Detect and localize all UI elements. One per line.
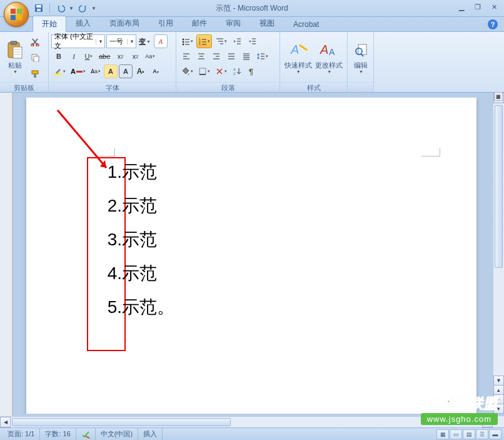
clear-formatting-button[interactable]: A (154, 34, 168, 48)
tab-home[interactable]: 开始 (33, 16, 66, 32)
tab-references[interactable]: 引用 (149, 15, 183, 31)
bold-button[interactable]: B (52, 49, 66, 63)
vertical-ruler[interactable] (0, 93, 13, 427)
svg-rect-16 (34, 56, 39, 62)
status-proofing[interactable] (76, 428, 96, 440)
list-item: 5.示范。 (95, 299, 174, 316)
redo-button[interactable] (77, 2, 89, 14)
align-right-button[interactable] (209, 49, 223, 63)
scroll-left-button[interactable]: ◀ (0, 417, 11, 427)
next-page-button[interactable]: ▾ (493, 404, 504, 414)
grow-font-button[interactable]: A▴ (134, 64, 148, 78)
restore-button[interactable]: ❐ (470, 2, 485, 12)
browse-object-button[interactable]: ◦ (493, 394, 504, 404)
multilevel-list-button[interactable]: ▾ (213, 34, 229, 48)
italic-button[interactable]: I (67, 49, 81, 63)
highlight-button[interactable]: ▾ (52, 64, 68, 78)
shrink-font-button[interactable]: A▾ (149, 64, 163, 78)
align-left-button[interactable] (179, 49, 193, 63)
tab-view[interactable]: 视图 (250, 15, 284, 31)
svg-rect-19 (54, 73, 62, 75)
character-shading-button[interactable]: A (104, 64, 118, 78)
page[interactable]: 1.示范 2.示范 3.示范 4.示范 5.示范。 (26, 98, 476, 414)
subscript-button[interactable]: x2 (113, 49, 127, 63)
svg-rect-62 (199, 68, 206, 74)
status-language[interactable]: 中文(中国) (96, 428, 138, 440)
tab-pagelayout[interactable]: 页面布局 (100, 15, 149, 31)
group-editing: 编辑 ▼ (348, 32, 374, 92)
paste-button[interactable]: 粘贴 ▼ (3, 34, 28, 80)
scroll-track[interactable] (11, 417, 482, 427)
office-button[interactable] (4, 2, 29, 27)
draft-view[interactable]: ▬ (489, 429, 501, 439)
character-scaling-button[interactable]: A̷a▾ (89, 64, 103, 78)
svg-point-21 (183, 39, 184, 41)
page-container[interactable]: 1.示范 2.示范 3.示范 4.示范 5.示范。 (15, 98, 490, 414)
save-button[interactable] (33, 2, 45, 14)
phonetic-guide-button[interactable]: Aa▾ (143, 49, 157, 63)
character-border-button[interactable]: A (119, 64, 133, 78)
qat-customize[interactable]: ▼ (91, 6, 96, 11)
change-styles-icon: AA (319, 40, 339, 60)
sort-button[interactable]: AZ (230, 64, 244, 78)
tab-mailings[interactable]: 邮件 (183, 15, 216, 31)
format-painter-button[interactable] (28, 67, 42, 81)
group-label-font: 字体 (49, 82, 176, 92)
scroll-down-button[interactable]: ▼ (493, 376, 504, 386)
tab-acrobat[interactable]: Acrobat (284, 17, 328, 31)
scroll-right-button[interactable]: ▶ (482, 417, 493, 427)
minimize-button[interactable]: ▁ (454, 2, 469, 12)
copy-button[interactable] (28, 51, 42, 64)
help-button[interactable]: ? (488, 19, 498, 29)
numbering-button[interactable]: 123▾ (196, 34, 212, 48)
status-page[interactable]: 页面: 1/1 (3, 428, 40, 440)
quick-styles-button[interactable]: A 快速样式 ▼ (283, 34, 314, 80)
font-color-button[interactable]: A▾ (69, 64, 88, 78)
superscript-button[interactable]: x2 (128, 49, 142, 63)
svg-point-22 (183, 41, 184, 43)
change-styles-button[interactable]: AA 更改样式 ▼ (314, 34, 345, 80)
full-screen-view[interactable]: ▭ (450, 429, 462, 439)
tab-insert[interactable]: 插入 (66, 15, 100, 31)
vertical-scrollbar[interactable]: ▦ ▲ ▼ ▴ ◦ ▾ (493, 93, 504, 414)
underline-button[interactable]: U▾ (82, 49, 96, 63)
undo-dropdown[interactable]: ▼ (69, 6, 74, 11)
horizontal-scrollbar[interactable]: ◀ ▶ (0, 416, 493, 427)
status-mode[interactable]: 插入 (138, 428, 163, 440)
bullets-button[interactable]: ▾ (179, 34, 195, 48)
scroll-thumb[interactable] (12, 418, 231, 426)
close-button[interactable]: ✕ (486, 2, 501, 12)
decrease-indent-button[interactable] (230, 34, 244, 48)
scroll-thumb[interactable] (495, 105, 503, 268)
svg-text:A: A (233, 68, 236, 71)
line-spacing-button[interactable]: ▾ (255, 49, 270, 63)
asian-layout-button[interactable]: ▾ (213, 64, 229, 78)
outline-view[interactable]: ☰ (476, 429, 488, 439)
status-words[interactable]: 字数: 16 (40, 428, 76, 440)
cut-button[interactable] (28, 35, 42, 49)
tab-review[interactable]: 审阅 (216, 15, 250, 31)
editing-button[interactable]: 编辑 ▼ (350, 34, 371, 80)
font-name-combo[interactable]: 宋体 (中文正文▼ (51, 34, 105, 48)
margin-marker (421, 148, 440, 156)
strikethrough-button[interactable]: abe (97, 49, 112, 63)
web-layout-view[interactable]: ▤ (463, 429, 475, 439)
show-marks-button[interactable]: ¶ (245, 64, 259, 78)
undo-button[interactable] (54, 2, 67, 14)
ruler-toggle-button[interactable]: ▦ (494, 92, 503, 101)
increase-indent-button[interactable] (245, 34, 259, 48)
prev-page-button[interactable]: ▴ (493, 385, 504, 395)
align-center-button[interactable] (194, 49, 208, 63)
shading-button[interactable]: ▾ (179, 64, 195, 78)
borders-button[interactable]: ▾ (196, 64, 212, 78)
document-area: 1.示范 2.示范 3.示范 4.示范 5.示范。 ▦ ▲ ▼ ▴ ◦ ▾ ◀ … (0, 93, 504, 427)
document-content[interactable]: 1.示范 2.示范 3.示范 4.示范 5.示范。 (95, 163, 174, 332)
chevron-down-icon: ▼ (96, 39, 103, 44)
distributed-button[interactable] (239, 49, 253, 63)
print-layout-view[interactable]: ▦ (436, 429, 449, 439)
font-size-combo[interactable]: 一号▼ (106, 34, 136, 48)
list-item: 2.示范 (95, 197, 174, 215)
group-paragraph: ▾ 123▾ ▾ ▾ ▾ ▾ ▾ AZ ¶ 段落 (176, 32, 280, 92)
change-case-button[interactable]: 变▼ (137, 34, 153, 48)
justify-button[interactable] (224, 49, 238, 63)
